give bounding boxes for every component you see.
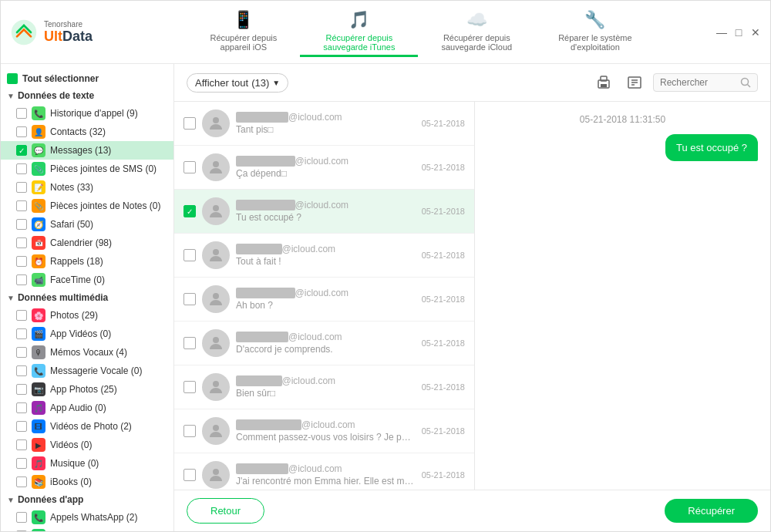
sidebar-item-call-history[interactable]: 📞 Historique d'appel (9) <box>1 104 173 123</box>
msg-checkbox-7[interactable] <box>183 381 196 393</box>
tab-itunes[interactable]: 🎵 Récupérer depuissauvegarde iTunes <box>300 7 418 57</box>
sidebar-item-app-videos[interactable]: 🎬 App Vidéos (0) <box>1 325 173 343</box>
export-button[interactable] <box>622 70 647 95</box>
sidebar-item-videos[interactable]: ▶ Vidéos (0) <box>1 436 173 454</box>
recover-button[interactable]: Récupérer <box>665 499 758 523</box>
videos-checkbox[interactable] <box>16 439 27 450</box>
svg-point-12 <box>213 205 219 211</box>
message-row[interactable]: █████████@icloud.com Ça dépend□ 05-21-20… <box>174 146 474 190</box>
filter-dropdown[interactable]: Afficher tout (13) ▼ <box>187 73 288 93</box>
sidebar-item-whatsapp-calls[interactable]: 📞 Appels WhatsApp (2) <box>1 508 173 527</box>
sidebar-item-ibooks[interactable]: 📚 iBooks (0) <box>1 473 173 491</box>
whatsapp-messages-checkbox[interactable] <box>16 530 27 531</box>
notes-icon: 📝 <box>32 180 45 194</box>
notes-label: Notes (33) <box>50 182 93 193</box>
svg-point-0 <box>12 19 36 44</box>
select-all-item[interactable]: Tout sélectionner <box>1 70 173 87</box>
safari-icon: 🧭 <box>32 217 45 231</box>
photo-videos-checkbox[interactable] <box>16 421 27 432</box>
svg-point-15 <box>213 337 219 343</box>
message-row-selected[interactable]: ✓ █████████@icloud.com Tu est occupé ? 0… <box>174 190 474 234</box>
sidebar-item-sms-attachments[interactable]: 📎 Pièces jointes de SMS (0) <box>1 160 173 178</box>
search-input[interactable] <box>660 77 737 88</box>
sidebar-item-notes[interactable]: 📝 Notes (33) <box>1 178 173 197</box>
msg-checkbox-2[interactable] <box>183 161 196 173</box>
photos-checkbox[interactable] <box>16 310 27 321</box>
calendar-checkbox[interactable] <box>16 237 27 248</box>
sidebar-item-app-audio[interactable]: 🎵 App Audio (0) <box>1 399 173 417</box>
maximize-button[interactable]: □ <box>733 27 744 38</box>
msg-checkbox-1[interactable] <box>183 117 196 130</box>
sidebar-section-text[interactable]: ▼ Données de texte <box>1 87 173 104</box>
msg-checkbox-4[interactable] <box>183 249 196 261</box>
sidebar-item-notes-attachments[interactable]: 📎 Pièces jointes de Notes (0) <box>1 197 173 215</box>
sidebar-item-music[interactable]: 🎵 Musique (0) <box>1 454 173 473</box>
app-audio-checkbox[interactable] <box>16 402 27 413</box>
sms-attachments-checkbox[interactable] <box>16 163 27 174</box>
tab-ios[interactable]: 📱 Récupérer depuisappareil iOS <box>187 7 300 57</box>
sidebar-item-photo-videos[interactable]: 🎞 Vidéos de Photo (2) <box>1 417 173 436</box>
app-videos-checkbox[interactable] <box>16 328 27 339</box>
message-row[interactable]: ████████@icloud.com D'accord je comprend… <box>174 322 474 365</box>
sidebar-item-photos[interactable]: 🌸 Photos (29) <box>1 306 173 325</box>
msg-checkbox-6[interactable] <box>183 337 196 349</box>
select-all-checkbox[interactable] <box>7 73 18 84</box>
sidebar-item-calendar[interactable]: 📅 Calendrier (98) <box>1 234 173 252</box>
avatar-2 <box>202 153 230 181</box>
message-row[interactable]: █████████@icloud.com Ah bon ? 05-21-2018 <box>174 278 474 322</box>
messages-checkbox[interactable]: ✓ <box>16 145 27 156</box>
message-row[interactable]: ████████@icloud.com Tant pis□ 05-21-2018 <box>174 102 474 146</box>
sidebar-item-facetime[interactable]: 📹 FaceTime (0) <box>1 271 173 289</box>
tab-repair[interactable]: 🔧 Réparer le systèmed'exploitation <box>535 7 655 57</box>
print-button[interactable] <box>591 70 616 95</box>
sidebar-section-multimedia[interactable]: ▼ Données multimédia <box>1 289 173 306</box>
section-text-label: Données de texte <box>18 90 94 101</box>
sidebar-item-app-photos[interactable]: 📷 App Photos (25) <box>1 380 173 399</box>
music-checkbox[interactable] <box>16 458 27 469</box>
sidebar-item-safari[interactable]: 🧭 Safari (50) <box>1 215 173 234</box>
msg-date-3: 05-21-2018 <box>422 207 465 216</box>
msg-checkbox-3[interactable]: ✓ <box>183 205 196 217</box>
sidebar-item-reminders[interactable]: ⏰ Rappels (18) <box>1 252 173 271</box>
voice-memos-checkbox[interactable] <box>16 347 27 358</box>
tab-icloud[interactable]: ☁️ Récupérer depuissauvegarde iCloud <box>418 7 535 57</box>
facetime-checkbox[interactable] <box>16 274 27 285</box>
app-audio-label: App Audio (0) <box>50 402 106 413</box>
ibooks-checkbox[interactable] <box>16 476 27 487</box>
bottom-bar: Retour Récupérer <box>174 490 770 531</box>
section-appdata-label: Données d'app <box>18 494 84 505</box>
search-box[interactable] <box>653 73 758 92</box>
sidebar-section-appdata[interactable]: ▼ Données d'app <box>1 491 173 508</box>
message-row[interactable]: ████████@icloud.com J'ai rencontré mon E… <box>174 453 474 490</box>
contacts-checkbox[interactable] <box>16 126 27 137</box>
message-row[interactable]: ███████@icloud.com Tout à fait ! 05-21-2… <box>174 234 474 278</box>
back-button[interactable]: Retour <box>187 498 264 524</box>
sidebar-item-voice-memos[interactable]: 🎙 Mémos Vocaux (4) <box>1 343 173 362</box>
notes-attachments-checkbox[interactable] <box>16 200 27 211</box>
msg-date-6: 05-21-2018 <box>422 338 465 348</box>
msg-content-1: ████████@icloud.com Tant pis□ <box>236 112 416 135</box>
sidebar-item-whatsapp-messages[interactable]: 💬 Messages WhatsApp (3) <box>1 527 173 531</box>
msg-preview-5: Ah bon ? <box>236 300 416 311</box>
triangle-icon-2: ▼ <box>7 294 15 302</box>
voicemail-checkbox[interactable] <box>16 365 27 376</box>
message-row[interactable]: ██████████@icloud.com Comment passez-vou… <box>174 409 474 453</box>
safari-checkbox[interactable] <box>16 219 27 230</box>
avatar-3 <box>202 197 230 225</box>
call-history-checkbox[interactable] <box>16 108 27 119</box>
close-button[interactable]: ✕ <box>750 27 761 38</box>
msg-checkbox-9[interactable] <box>183 469 196 481</box>
window-controls: — □ ✕ <box>716 27 761 38</box>
whatsapp-calls-checkbox[interactable] <box>16 512 27 523</box>
message-row[interactable]: ███████@icloud.com Bien sûr□ 05-21-2018 <box>174 365 474 409</box>
app-videos-label: App Vidéos (0) <box>50 328 111 339</box>
msg-checkbox-8[interactable] <box>183 425 196 437</box>
msg-checkbox-5[interactable] <box>183 293 196 305</box>
reminders-checkbox[interactable] <box>16 256 27 267</box>
sidebar-item-contacts[interactable]: 👤 Contacts (32) <box>1 123 173 141</box>
sidebar-item-messages[interactable]: ✓ 💬 Messages (13) <box>1 141 173 160</box>
minimize-button[interactable]: — <box>716 27 727 38</box>
sidebar-item-voicemail[interactable]: 📞 Messagerie Vocale (0) <box>1 362 173 380</box>
app-photos-checkbox[interactable] <box>16 384 27 395</box>
notes-checkbox[interactable] <box>16 182 27 193</box>
